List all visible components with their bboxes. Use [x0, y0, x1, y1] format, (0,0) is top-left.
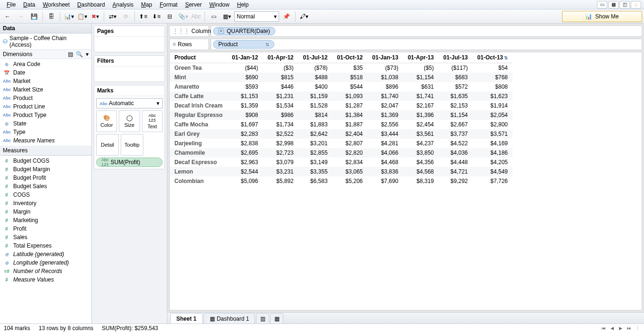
marks-text-pill[interactable]: Abc123 SUM(Profit)	[96, 158, 163, 167]
table-row[interactable]: Regular Espresso$908$986$814$1,384$1,369…	[170, 110, 512, 120]
field-state[interactable]: ⊕State	[0, 119, 91, 128]
table-row[interactable]: Decaf Espresso$2,963$3,079$3,149$2,834$4…	[170, 158, 512, 167]
text-card[interactable]: Abc123Text	[142, 110, 163, 132]
detail-card[interactable]: Detail	[96, 134, 119, 156]
table-row[interactable]: Decaf Irish Cream$1,359$1,534$1,528$1,28…	[170, 101, 512, 110]
field-budget-cogs[interactable]: #Budget COGS	[0, 157, 91, 165]
first-tab-button[interactable]: ⏮	[601, 325, 606, 331]
view-cards-icon[interactable]: ▭	[597, 1, 607, 8]
presentation-button[interactable]: ▭	[208, 11, 219, 22]
table-row[interactable]: Colombian$5,096$5,892$6,583$5,206$7,690$…	[170, 176, 512, 186]
view-cards-button[interactable]: ▦▾	[221, 11, 232, 22]
field-market[interactable]: AbcMarket	[0, 77, 91, 85]
field-longitude-generated-[interactable]: ⊕Longitude (generated)	[0, 258, 91, 267]
clear-button[interactable]: ✖▾	[90, 11, 101, 22]
tab-sheet1[interactable]: Sheet 1	[170, 313, 203, 324]
field-marketing[interactable]: #Marketing	[0, 216, 91, 224]
field-profit[interactable]: #Profit	[0, 224, 91, 233]
field-area-code[interactable]: ⊕Area Code	[0, 60, 91, 68]
next-tab-button[interactable]: ▶	[618, 325, 623, 331]
field-type[interactable]: AbcType	[0, 128, 91, 136]
table-row[interactable]: Green Tea($44)($3)($78)$35($73)($5)($117…	[170, 63, 512, 73]
menu-format[interactable]: Format	[156, 0, 182, 9]
show-me-button[interactable]: 📊 Show Me	[562, 11, 642, 22]
columns-pill-quarter[interactable]: + QUARTER(Date)	[213, 27, 275, 35]
color-card[interactable]: 🎨Color	[96, 110, 117, 132]
field-product[interactable]: AbcProduct	[0, 94, 91, 102]
datasource-item[interactable]: ⛁ Sample - Coffee Chain (Access)	[0, 33, 91, 50]
field-budget-margin[interactable]: #Budget Margin	[0, 165, 91, 174]
menu-analysis[interactable]: Analysis	[109, 0, 138, 9]
swap-button[interactable]: ⇄▾	[107, 11, 118, 22]
view-grid-icon[interactable]: ▦	[608, 1, 619, 8]
back-button[interactable]: ←	[2, 11, 13, 22]
field-number-of-records[interactable]: =#Number of Records	[0, 267, 91, 275]
forward-button[interactable]: →	[15, 11, 26, 22]
datasource-button[interactable]: 🗄	[46, 11, 57, 22]
menu-window[interactable]: Window	[206, 0, 233, 9]
new-worksheet-tab[interactable]: ▥	[256, 313, 269, 324]
menu-server[interactable]: Server	[182, 0, 206, 9]
prev-tab-button[interactable]: ◀	[609, 325, 615, 331]
size-card[interactable]: ◯Size	[119, 110, 140, 132]
search-icon[interactable]: 🔍	[76, 51, 83, 58]
sort-icon[interactable]: ⇅	[265, 42, 269, 47]
menu-help[interactable]: Help	[233, 0, 253, 9]
rows-shelf[interactable]: Product ⇅	[211, 39, 642, 50]
duplicate-button[interactable]: 📋▾	[76, 11, 88, 22]
menu-chevron-icon[interactable]: ▾	[86, 51, 89, 58]
sort-desc-button[interactable]: ⬇≡	[151, 11, 162, 22]
new-dashboard-tab[interactable]: ▦	[270, 313, 283, 324]
table-row[interactable]: Amaretto$593$446$400$544$896$631$572$808	[170, 82, 512, 91]
field-market-size[interactable]: AbcMarket Size	[0, 85, 91, 94]
refresh-button[interactable]: ⟳	[120, 11, 132, 22]
table-row[interactable]: Mint$690$815$488$518$1,038$1,154$683$768	[170, 73, 512, 82]
field-latitude-generated-[interactable]: ⊕Latitude (generated)	[0, 250, 91, 258]
menu-map[interactable]: Map	[137, 0, 156, 9]
table-row[interactable]: Earl Grey$2,283$2,522$2,642$2,404$3,444$…	[170, 129, 512, 139]
field-measure-names[interactable]: AbcMeasure Names	[0, 136, 91, 145]
field-cogs[interactable]: #COGS	[0, 191, 91, 199]
view-window-icon[interactable]: ◫	[619, 1, 630, 8]
tab-dashboard1[interactable]: ▦Dashboard 1	[204, 313, 256, 324]
field-budget-sales[interactable]: #Budget Sales	[0, 182, 91, 191]
tooltip-card[interactable]: Tooltip	[121, 134, 143, 156]
labels-button[interactable]: Abc	[190, 11, 202, 22]
marks-type-select[interactable]: Abc Automatic ▾	[96, 98, 163, 108]
data-table[interactable]: Product01-Jan-1201-Apr-1201-Jul-1201-Oct…	[169, 52, 642, 310]
pages-shelf[interactable]: Pages	[94, 25, 165, 52]
new-worksheet-button[interactable]: 📊▾	[63, 11, 74, 22]
field-margin[interactable]: #Margin	[0, 208, 91, 216]
home-icon[interactable]: ⌂	[631, 1, 641, 8]
menu-dashboard[interactable]: Dashboard	[74, 0, 109, 9]
fit-mode-select[interactable]: Normal▾	[234, 11, 279, 22]
field-date[interactable]: 📅Date	[0, 68, 91, 77]
table-row[interactable]: Lemon$2,544$3,231$3,355$3,065$3,836$4,56…	[170, 167, 512, 176]
field-product-line[interactable]: AbcProduct Line	[0, 102, 91, 111]
attach-button[interactable]: 📎▾	[177, 11, 189, 22]
menu-worksheet[interactable]: Worksheet	[39, 0, 74, 9]
group-button[interactable]: ⊟	[164, 11, 175, 22]
tabs-menu-button[interactable]: ⋮	[635, 325, 640, 331]
field-budget-profit[interactable]: #Budget Profit	[0, 174, 91, 182]
filters-shelf[interactable]: Filters	[94, 55, 165, 82]
menu-data[interactable]: Data	[19, 0, 39, 9]
table-row[interactable]: Darjeeling$2,838$2,998$3,201$2,807$4,281…	[170, 139, 512, 148]
table-row[interactable]: Chamomile$2,695$2,723$2,855$2,820$4,066$…	[170, 148, 512, 158]
field-product-type[interactable]: AbcProduct Type	[0, 111, 91, 119]
field-sales[interactable]: #Sales	[0, 233, 91, 241]
field-inventory[interactable]: #Inventory	[0, 199, 91, 208]
table-row[interactable]: Caffe Mocha$1,697$1,734$1,883$1,887$2,55…	[170, 120, 512, 129]
sort-asc-button[interactable]: ⬆≡	[138, 11, 149, 22]
field-total-expenses[interactable]: #Total Expenses	[0, 241, 91, 250]
table-row[interactable]: Caffe Latte$1,153$1,231$1,159$1,093$1,74…	[170, 91, 512, 101]
last-tab-button[interactable]: ⏭	[626, 325, 632, 331]
highlight-button[interactable]: 🖍▾	[298, 11, 310, 22]
field-measure-values[interactable]: #Measure Values	[0, 275, 91, 284]
menu-file[interactable]: File	[3, 0, 19, 9]
view-list-icon[interactable]: ▤	[68, 51, 73, 58]
pin-button[interactable]: 📌	[281, 11, 292, 22]
expand-icon[interactable]: +	[218, 28, 224, 34]
rows-pill-product[interactable]: Product ⇅	[213, 40, 274, 49]
save-button[interactable]: 💾	[28, 11, 40, 22]
